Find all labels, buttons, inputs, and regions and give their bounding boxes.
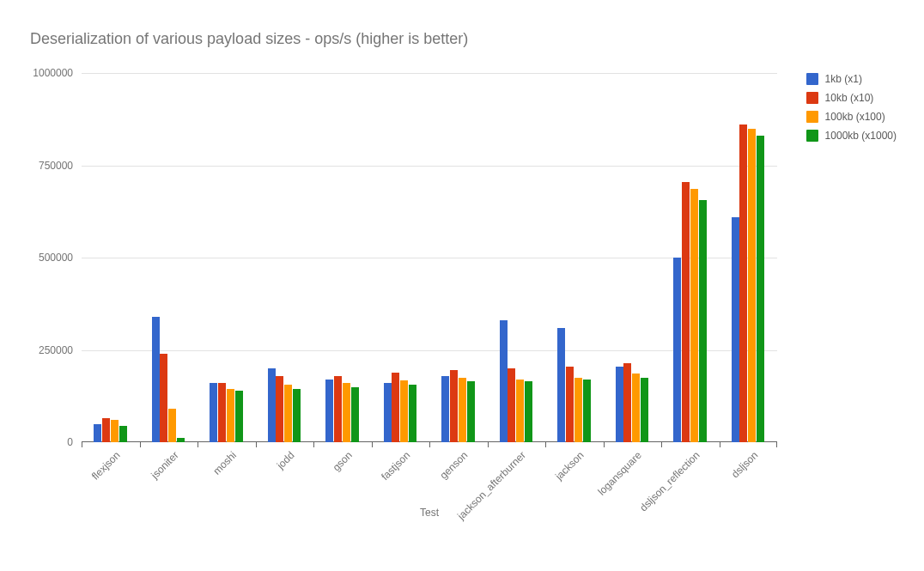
legend-swatch — [806, 92, 818, 104]
x-tick — [776, 442, 777, 447]
bar-group: genson — [429, 73, 488, 442]
x-tick — [140, 442, 141, 447]
bar — [732, 217, 739, 442]
bar-group: jsoniter — [140, 73, 198, 442]
bar — [293, 389, 301, 442]
bar-group: dsljson_reflection — [661, 73, 720, 442]
legend: 1kb (x1)10kb (x10)100kb (x100)1000kb (x1… — [806, 73, 897, 149]
legend-label: 1kb (x1) — [825, 73, 862, 85]
bar-group: gson — [313, 73, 372, 442]
bar — [557, 328, 565, 442]
bar — [632, 374, 640, 442]
x-tick — [256, 442, 257, 447]
x-tick — [198, 442, 198, 447]
legend-item: 10kb (x10) — [806, 92, 897, 104]
x-tick-label: jackson — [553, 449, 587, 483]
bar — [268, 368, 276, 442]
y-tick-label: 500000 — [21, 252, 73, 264]
bar — [325, 380, 333, 442]
bar — [459, 378, 466, 442]
bar — [227, 389, 234, 442]
chart-canvas: Deserialization of various payload sizes… — [0, 0, 924, 571]
bar — [574, 378, 582, 442]
bar — [392, 373, 399, 442]
legend-item: 1000kb (x1000) — [806, 130, 897, 142]
bar — [450, 370, 458, 442]
bar — [177, 438, 185, 442]
bar — [160, 354, 167, 442]
x-tick-label: dsljson — [729, 449, 760, 480]
bar — [508, 368, 515, 442]
bar — [168, 409, 176, 442]
bar — [351, 387, 359, 443]
bar — [409, 385, 416, 442]
y-tick-label: 0 — [21, 436, 73, 448]
bar — [284, 385, 292, 442]
bar — [343, 383, 350, 442]
bar — [641, 378, 648, 442]
bar — [525, 381, 532, 442]
chart-title: Deserialization of various payload sizes… — [30, 30, 468, 48]
bar — [102, 418, 110, 442]
x-tick — [429, 442, 430, 447]
x-tick-label: logansquare — [596, 449, 645, 498]
x-tick-label: jodd — [274, 449, 296, 471]
x-tick-label: genson — [438, 449, 471, 482]
bar — [384, 383, 392, 442]
bar — [500, 320, 508, 442]
x-tick-label: jsoniter — [149, 449, 180, 481]
bar-group: jackson_afterburner — [488, 73, 546, 442]
bar-group: logansquare — [604, 73, 662, 442]
x-tick — [372, 442, 373, 447]
x-tick — [661, 442, 662, 447]
bar — [623, 363, 631, 442]
bar — [152, 317, 160, 442]
bar-group: dsljson — [720, 73, 778, 442]
y-tick-label: 250000 — [21, 344, 73, 356]
bar — [616, 367, 623, 442]
bar — [673, 258, 681, 442]
y-tick-label: 1000000 — [21, 67, 73, 79]
bar — [334, 376, 342, 442]
x-tick — [545, 442, 546, 447]
legend-label: 10kb (x10) — [825, 92, 874, 104]
x-tick-label: flexjson — [89, 449, 123, 483]
bar — [566, 367, 574, 442]
bar — [757, 136, 764, 442]
bar — [276, 376, 283, 442]
x-axis-title: Test — [82, 507, 777, 519]
bar — [111, 420, 119, 442]
bar — [748, 129, 756, 443]
legend-swatch — [806, 130, 818, 142]
x-tick-label: fastjson — [379, 449, 412, 483]
x-tick — [488, 442, 489, 447]
bar — [235, 391, 243, 442]
bar — [218, 383, 226, 442]
x-tick — [313, 442, 314, 447]
legend-label: 100kb (x100) — [825, 111, 885, 123]
bar-group: jodd — [256, 73, 314, 442]
bar — [467, 381, 475, 442]
bar-group: fastjson — [372, 73, 430, 442]
bar — [583, 380, 591, 442]
legend-label: 1000kb (x1000) — [825, 130, 897, 142]
legend-item: 1kb (x1) — [806, 73, 897, 85]
bar — [94, 424, 101, 443]
legend-swatch — [806, 111, 818, 123]
bar-group: moshi — [198, 73, 256, 442]
bar-group: jackson — [545, 73, 604, 442]
bar-group: flexjson — [82, 73, 140, 442]
bar — [400, 380, 408, 442]
x-tick — [82, 442, 82, 447]
x-tick — [604, 442, 605, 447]
legend-swatch — [806, 73, 818, 85]
bar — [516, 380, 524, 442]
plot-area: 02500005000007500001000000flexjsonjsonit… — [82, 73, 777, 442]
x-tick-label: moshi — [210, 449, 239, 477]
legend-item: 100kb (x100) — [806, 111, 897, 123]
x-tick-label: dsljson_reflection — [637, 449, 702, 513]
x-tick-label: gson — [330, 449, 354, 473]
bar — [210, 383, 217, 442]
bar — [682, 182, 690, 442]
bar — [690, 189, 698, 442]
